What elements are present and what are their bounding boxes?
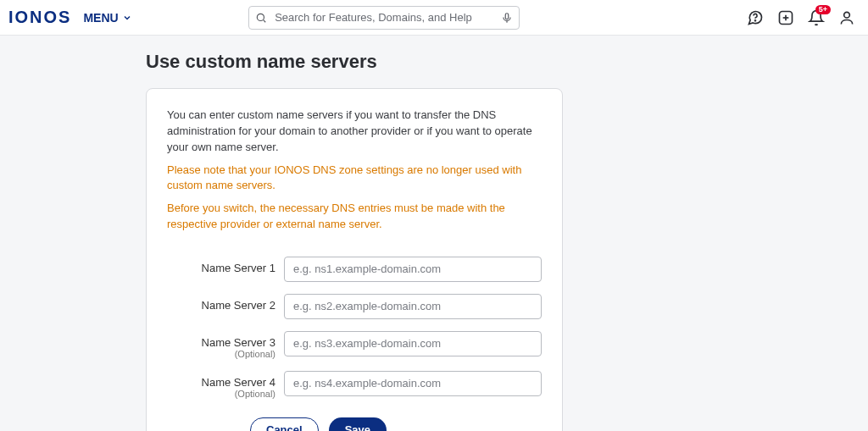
settings-card: You can enter custom name servers if you…: [146, 88, 563, 431]
menu-button[interactable]: MENU: [83, 11, 131, 25]
nameserver-row-2: Name Server 2: [167, 294, 542, 319]
nameserver-label-4: Name Server 4 (Optional): [167, 371, 284, 399]
chevron-down-icon: [122, 13, 132, 23]
info-block: You can enter custom name servers if you…: [167, 108, 542, 233]
info-warning-1: Please note that your IONOS DNS zone set…: [167, 163, 542, 195]
nameserver-row-1: Name Server 1: [167, 257, 542, 282]
brand-logo[interactable]: IONOS: [8, 8, 71, 27]
mic-icon[interactable]: [501, 12, 513, 24]
nameserver-label-3: Name Server 3 (Optional): [167, 331, 284, 359]
nameserver-row-3: Name Server 3 (Optional): [167, 331, 542, 359]
account-icon[interactable]: [837, 8, 856, 27]
nameserver-label-text: Name Server 3: [202, 336, 275, 349]
nameserver-input-1[interactable]: [284, 257, 542, 282]
nameserver-input-4[interactable]: [284, 371, 542, 396]
svg-point-8: [844, 12, 850, 18]
nameserver-label-1: Name Server 1: [167, 257, 284, 274]
svg-rect-2: [505, 13, 509, 19]
nameserver-input-3[interactable]: [284, 331, 542, 356]
optional-text: (Optional): [167, 389, 275, 399]
nameserver-label-2: Name Server 2: [167, 294, 284, 312]
nameserver-input-2[interactable]: [284, 294, 542, 319]
info-text-1: You can enter custom name servers if you…: [167, 108, 542, 156]
cancel-button[interactable]: Cancel: [250, 417, 319, 431]
svg-point-4: [755, 19, 756, 20]
save-button[interactable]: Save: [329, 417, 387, 431]
add-icon[interactable]: [776, 8, 795, 27]
svg-line-1: [264, 19, 266, 22]
nameserver-label-text: Name Server 1: [202, 262, 275, 274]
nameserver-label-text: Name Server 2: [202, 299, 275, 312]
menu-label: MENU: [83, 11, 118, 25]
search-icon: [255, 12, 267, 24]
page-body: Use custom name servers You can enter cu…: [0, 36, 868, 431]
header-icon-group: 5+: [746, 8, 856, 27]
optional-text: (Optional): [167, 349, 275, 359]
top-bar: IONOS MENU 5+: [0, 0, 868, 36]
nameserver-row-4: Name Server 4 (Optional): [167, 371, 542, 399]
notifications-icon[interactable]: 5+: [807, 8, 826, 27]
search-box: [248, 6, 520, 30]
nameserver-label-text: Name Server 4: [202, 376, 275, 389]
help-icon[interactable]: [746, 8, 765, 27]
info-warning-2: Before you switch, the necessary DNS ent…: [167, 201, 542, 233]
svg-point-0: [257, 14, 264, 20]
button-row: Cancel Save: [167, 417, 542, 431]
search-input[interactable]: [248, 6, 520, 30]
notification-badge: 5+: [815, 5, 831, 14]
page-title: Use custom name servers: [146, 51, 868, 73]
